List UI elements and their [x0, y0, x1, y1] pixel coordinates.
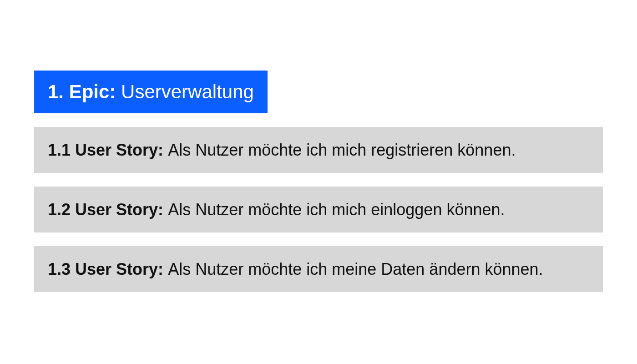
user-story-row: 1.1 User Story: Als Nutzer möchte ich mi…	[34, 127, 603, 173]
story-label: 1.2 User Story:	[48, 200, 168, 219]
story-description: Als Nutzer möchte ich meine Daten ändern…	[168, 260, 543, 278]
user-story-row: 1.3 User Story: Als Nutzer möchte ich me…	[34, 246, 603, 292]
story-description: Als Nutzer möchte ich mich registrieren …	[168, 141, 516, 159]
epic-title: Userverwaltung	[121, 81, 254, 102]
user-story-row: 1.2 User Story: Als Nutzer möchte ich mi…	[34, 187, 603, 233]
epic-header: 1. Epic: Userverwaltung	[34, 71, 268, 113]
story-label: 1.1 User Story:	[48, 141, 168, 159]
story-label: 1.3 User Story:	[48, 260, 168, 278]
epic-label: 1. Epic:	[48, 81, 121, 102]
story-description: Als Nutzer möchte ich mich einloggen kön…	[168, 200, 505, 219]
